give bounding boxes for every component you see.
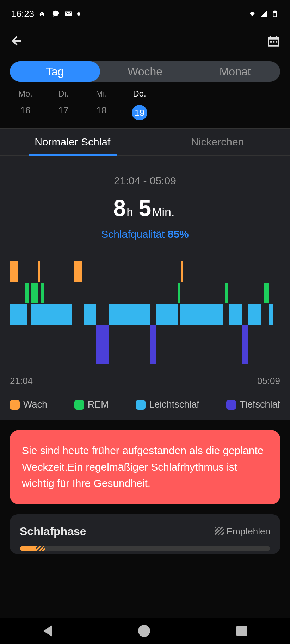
phase-bar-hatch: [36, 546, 45, 551]
chart-segment-rem: [41, 283, 44, 303]
sleep-phase-card[interactable]: Schlafphase Empfehlen: [10, 514, 280, 554]
chart-segment-wake: [181, 261, 183, 282]
day-wed[interactable]: Mi. 18: [82, 89, 121, 120]
sleep-stage-chart[interactable]: [10, 261, 280, 371]
discord-icon: [39, 10, 47, 18]
chart-segment-wake: [10, 261, 18, 282]
legend-deep: Tiefschlaf: [226, 399, 280, 410]
legend-rem: REM: [74, 399, 109, 410]
mail-icon: [64, 10, 72, 18]
chart-segment-light: [269, 304, 273, 325]
chart-segment-light: [180, 304, 223, 325]
more-dot-icon: [77, 12, 80, 16]
phase-title: Schlafphase: [20, 525, 86, 538]
weekday-label: Di.: [58, 89, 68, 99]
tip-card[interactable]: Sie sind heute früher aufgestanden als d…: [10, 430, 280, 504]
chart-segment-light: [84, 304, 97, 325]
chart-segment-light: [156, 304, 177, 325]
chart-segment-wake: [74, 261, 82, 282]
phase-bar-fill: [20, 546, 36, 551]
chart-legend: Wach REM Leichtschlaf Tiefschlaf: [10, 386, 280, 420]
sleep-tabs: Normaler Schlaf Nickerchen: [0, 128, 290, 156]
day-number: 19: [132, 105, 147, 120]
segment-month[interactable]: Monat: [190, 61, 280, 82]
tab-nap[interactable]: Nickerchen: [145, 129, 290, 155]
chart-segment-rem: [225, 283, 228, 303]
nav-back-button[interactable]: [43, 625, 52, 637]
battery-icon: [271, 10, 279, 18]
day-thu[interactable]: Do. 19: [121, 89, 159, 120]
chart-end-label: 05:09: [257, 376, 280, 386]
day-number: 16: [20, 105, 31, 116]
chart-segment-rem: [178, 283, 180, 303]
chart-segment-deep: [150, 325, 156, 364]
nav-home-button[interactable]: [138, 625, 150, 637]
status-left: 16:23: [11, 8, 80, 19]
swatch-light: [136, 400, 146, 410]
system-nav-bar: [0, 618, 290, 644]
segment-day[interactable]: Tag: [10, 61, 100, 82]
calendar-button[interactable]: [267, 34, 280, 49]
chart-segment-light: [31, 304, 72, 325]
legend-light: Leichtschlaf: [136, 399, 199, 410]
wifi-icon: [248, 10, 256, 18]
swatch-wake: [10, 400, 20, 410]
period-segmented-control: Tag Woche Monat: [10, 61, 280, 82]
day-strip: Mo. 16 Di. 17 Mi. 18 Do. 19: [0, 89, 290, 128]
phase-progress-bar: [20, 546, 270, 551]
sleep-summary: 21:04 - 05:09 8h 5Min. Schlafqualität 85…: [0, 156, 290, 252]
arrow-left-icon: [10, 34, 24, 48]
status-time: 16:23: [11, 8, 34, 19]
chart-segment-wake: [38, 261, 40, 282]
chart-segment-rem: [264, 283, 269, 303]
weekday-label: Do.: [133, 89, 146, 99]
chart-segment-light: [10, 304, 27, 325]
chart-time-labels: 21:04 05:09: [10, 376, 280, 386]
phase-recommend: Empfehlen: [215, 526, 270, 537]
sleep-quality[interactable]: Schlafqualität 85%: [0, 228, 290, 240]
day-number: 18: [97, 105, 107, 116]
chat-icon: [52, 10, 60, 18]
chart-segment-light: [109, 304, 150, 325]
sleep-duration: 8h 5Min.: [0, 195, 290, 221]
hatch-icon: [215, 527, 224, 535]
status-right: [248, 10, 279, 18]
day-mon[interactable]: Mo. 16: [6, 89, 44, 120]
signal-icon: [260, 10, 267, 18]
chart-segment-light: [229, 304, 242, 325]
phase-card-header: Schlafphase Empfehlen: [20, 525, 270, 538]
app-header: [0, 27, 290, 56]
nav-recent-button[interactable]: [236, 626, 247, 636]
status-bar: 16:23: [0, 0, 290, 27]
chart-segment-rem: [25, 283, 29, 303]
sleep-chart-section: 21:04 05:09 Wach REM Leichtschlaf Tiefsc…: [0, 252, 290, 420]
weekday-label: Mo.: [18, 89, 32, 99]
chart-segment-light: [248, 304, 261, 325]
chart-segment-deep: [96, 325, 109, 364]
swatch-rem: [74, 400, 84, 410]
back-button[interactable]: [10, 34, 24, 49]
legend-wake: Wach: [10, 399, 47, 410]
chart-segment-deep: [242, 325, 248, 364]
calendar-icon: [267, 34, 280, 48]
segment-week[interactable]: Woche: [100, 61, 190, 82]
day-tue[interactable]: Di. 17: [44, 89, 82, 120]
day-number: 17: [58, 105, 69, 116]
sleep-time-range: 21:04 - 05:09: [0, 175, 290, 187]
chart-start-label: 21:04: [10, 376, 33, 386]
chart-axis: [10, 368, 280, 368]
chart-segment-rem: [31, 283, 38, 303]
swatch-deep: [226, 400, 236, 410]
weekday-label: Mi.: [96, 89, 107, 99]
tab-normal-sleep[interactable]: Normaler Schlaf: [0, 129, 145, 155]
